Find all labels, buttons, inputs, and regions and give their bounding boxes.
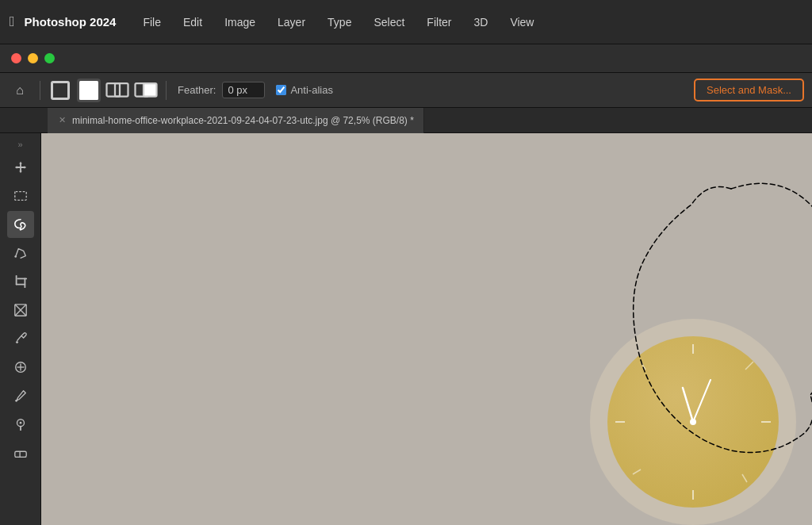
lasso-selected-icon <box>77 79 101 102</box>
tool-options-bar: ⌂ Feather: Anti-alias Select and Mask... <box>0 73 812 108</box>
menu-file[interactable]: File <box>133 13 170 32</box>
canvas-content <box>41 133 812 525</box>
frame-tool-icon <box>13 303 28 317</box>
feather-label: Feather: <box>178 84 216 96</box>
crop-tool[interactable] <box>7 268 34 295</box>
clock-markings <box>607 336 779 508</box>
svg-line-34 <box>683 388 693 422</box>
menu-filter[interactable]: Filter <box>417 13 461 32</box>
menu-view[interactable]: View <box>500 13 543 32</box>
eraser-tool[interactable] <box>7 439 34 466</box>
crop-tool-icon <box>13 274 28 289</box>
tab-filename: minimal-home-office-workplace-2021-09-24… <box>72 115 414 126</box>
lasso-subtract-icon <box>134 79 158 102</box>
svg-rect-1 <box>79 81 98 100</box>
anti-alias-label: Anti-alias <box>290 84 332 96</box>
menu-select[interactable]: Select <box>364 13 414 32</box>
frame-tool[interactable] <box>7 297 34 324</box>
home-button[interactable]: ⌂ <box>8 79 32 102</box>
polygonal-lasso-tool[interactable] <box>7 240 34 266</box>
svg-line-16 <box>17 335 21 340</box>
eyedropper-tool-icon <box>13 331 28 346</box>
svg-rect-2 <box>107 83 121 97</box>
svg-point-7 <box>19 228 21 231</box>
anti-alias-checkbox[interactable] <box>276 85 286 95</box>
lasso-tool-icon <box>13 217 28 232</box>
clone-stamp-tool-icon <box>13 417 28 431</box>
svg-point-22 <box>19 422 21 424</box>
marquee-tool[interactable] <box>7 182 34 209</box>
healing-brush-tool-icon <box>13 360 28 374</box>
move-tool-icon <box>13 160 28 174</box>
svg-point-8 <box>14 255 17 258</box>
minimize-button[interactable] <box>28 53 38 63</box>
svg-rect-23 <box>14 451 25 457</box>
menu-layer[interactable]: Layer <box>268 13 315 32</box>
separator-1 <box>40 81 40 100</box>
feather-input[interactable] <box>222 82 265 98</box>
lasso-subtract-button[interactable] <box>134 79 158 102</box>
close-button[interactable] <box>11 53 21 63</box>
left-toolbar: » <box>0 133 41 525</box>
anti-alias-option: Anti-alias <box>276 84 332 96</box>
move-tool[interactable] <box>7 154 34 181</box>
clock-face <box>607 336 779 508</box>
lasso-normal-button[interactable] <box>48 79 72 102</box>
brush-tool-icon <box>13 389 28 403</box>
svg-line-32 <box>633 469 641 474</box>
svg-point-20 <box>15 400 17 402</box>
fullscreen-button[interactable] <box>44 53 55 63</box>
main-area: » <box>0 133 812 525</box>
lasso-add-button[interactable] <box>105 79 129 102</box>
tab-bar: ✕ minimal-home-office-workplace-2021-09-… <box>0 108 812 133</box>
menu-type[interactable]: Type <box>318 13 361 32</box>
select-and-mask-button[interactable]: Select and Mask... <box>694 79 804 102</box>
separator-2 <box>166 81 167 100</box>
svg-line-35 <box>693 380 710 422</box>
apple-logo-icon:  <box>10 13 15 30</box>
menu-bar:  Photoshop 2024 File Edit Image Layer T… <box>0 0 812 44</box>
marquee-tool-icon <box>13 189 28 203</box>
app-title: Photoshop 2024 <box>25 15 117 29</box>
svg-line-33 <box>745 362 753 370</box>
lasso-normal-icon <box>48 79 72 102</box>
menu-image[interactable]: Image <box>215 13 265 32</box>
svg-line-30 <box>641 362 645 370</box>
menu-edit[interactable]: Edit <box>174 13 212 32</box>
svg-rect-3 <box>115 83 128 97</box>
brush-tool[interactable] <box>7 382 34 409</box>
traffic-lights <box>0 44 812 73</box>
document-tab[interactable]: ✕ minimal-home-office-workplace-2021-09-… <box>48 108 424 133</box>
svg-rect-6 <box>14 192 25 201</box>
lasso-tool[interactable] <box>7 211 34 238</box>
polygonal-lasso-tool-icon <box>13 246 28 260</box>
svg-rect-0 <box>52 82 69 98</box>
svg-point-36 <box>690 419 696 425</box>
lasso-selected-button[interactable] <box>77 79 101 102</box>
clone-stamp-tool[interactable] <box>7 411 34 438</box>
toolbar-expand-icon[interactable]: » <box>0 136 40 152</box>
canvas-area[interactable] <box>41 133 812 525</box>
svg-rect-5 <box>144 83 157 97</box>
lasso-add-icon <box>105 79 129 102</box>
eyedropper-tool[interactable] <box>7 325 34 352</box>
healing-brush-tool[interactable] <box>7 354 34 381</box>
tab-close-icon[interactable]: ✕ <box>57 113 67 127</box>
eraser-tool-icon <box>13 446 28 460</box>
svg-line-31 <box>742 474 747 482</box>
menu-3d[interactable]: 3D <box>464 13 497 32</box>
